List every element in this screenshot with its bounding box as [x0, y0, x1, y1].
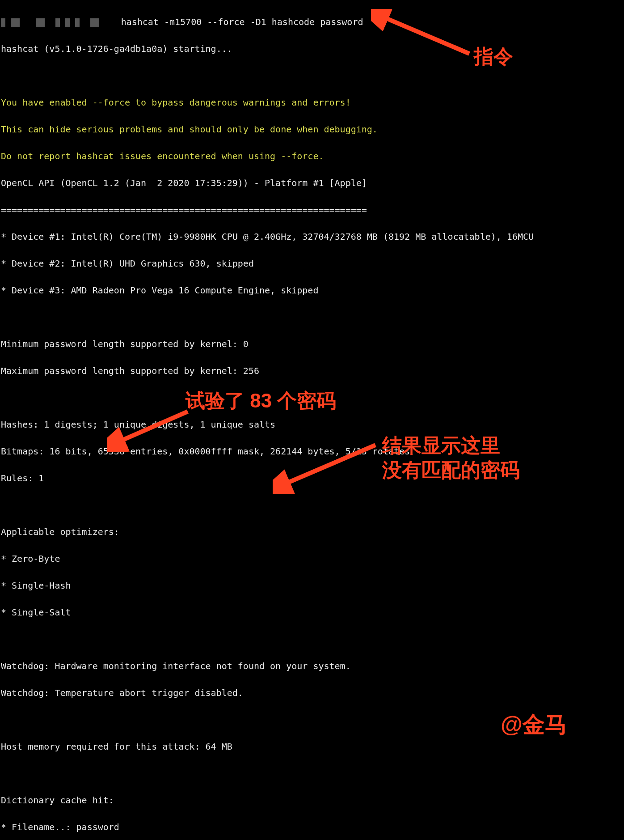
force-warn-3: Do not report hashcat issues encountered… — [1, 149, 623, 163]
device-1: * Device #1: Intel(R) Core(TM) i9-9980HK… — [1, 230, 623, 243]
terminal-output: hashcat -m15700 --force -D1 hashcode pas… — [0, 0, 624, 840]
rules-line: Rules: 1 — [1, 471, 623, 485]
watchdog-2: Watchdog: Temperature abort trigger disa… — [1, 686, 623, 700]
force-warn-1: You have enabled --force to bypass dange… — [1, 96, 623, 109]
max-password: Maximum password length supported by ker… — [1, 364, 623, 378]
command-text: hashcat -m15700 --force -D1 hashcode pas… — [121, 17, 363, 27]
starting-line: hashcat (v5.1.0-1726-ga4db1a0a) starting… — [1, 42, 623, 55]
force-warn-2: This can hide serious problems and shoul… — [1, 123, 623, 136]
host-memory: Host memory required for this attack: 64… — [1, 740, 623, 753]
optimizer-2: * Single-Hash — [1, 579, 623, 592]
min-password: Minimum password length supported by ker… — [1, 337, 623, 351]
optimizers-header: Applicable optimizers: — [1, 525, 623, 539]
hashes-line: Hashes: 1 digests; 1 unique digests, 1 u… — [1, 418, 623, 431]
separator: ========================================… — [1, 203, 623, 216]
device-3: * Device #3: AMD Radeon Pro Vega 16 Comp… — [1, 284, 623, 297]
watchdog-1: Watchdog: Hardware monitoring interface … — [1, 659, 623, 673]
opencl-api: OpenCL API (OpenCL 1.2 (Jan 2 2020 17:35… — [1, 176, 623, 190]
device-2: * Device #2: Intel(R) UHD Graphics 630, … — [1, 257, 623, 270]
dict-filename: * Filename..: password — [1, 820, 623, 834]
dict-hit: Dictionary cache hit: — [1, 793, 623, 807]
optimizer-3: * Single-Salt — [1, 606, 623, 619]
prompt-line: hashcat -m15700 --force -D1 hashcode pas… — [1, 15, 623, 29]
bitmaps-line: Bitmaps: 16 bits, 65536 entries, 0x0000f… — [1, 445, 623, 458]
optimizer-1: * Zero-Byte — [1, 552, 623, 565]
